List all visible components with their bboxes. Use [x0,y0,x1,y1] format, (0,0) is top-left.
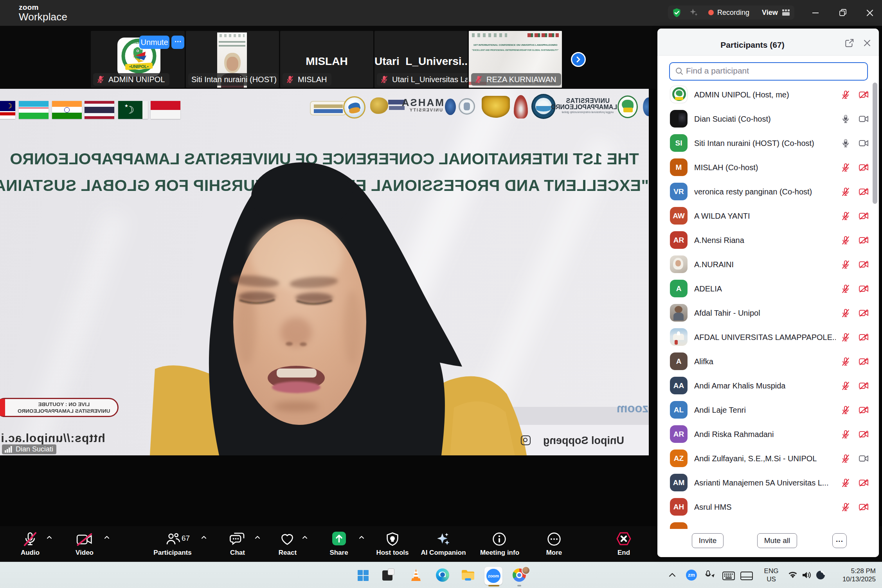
svg-text:•UNIPOL•: •UNIPOL• [129,64,148,69]
